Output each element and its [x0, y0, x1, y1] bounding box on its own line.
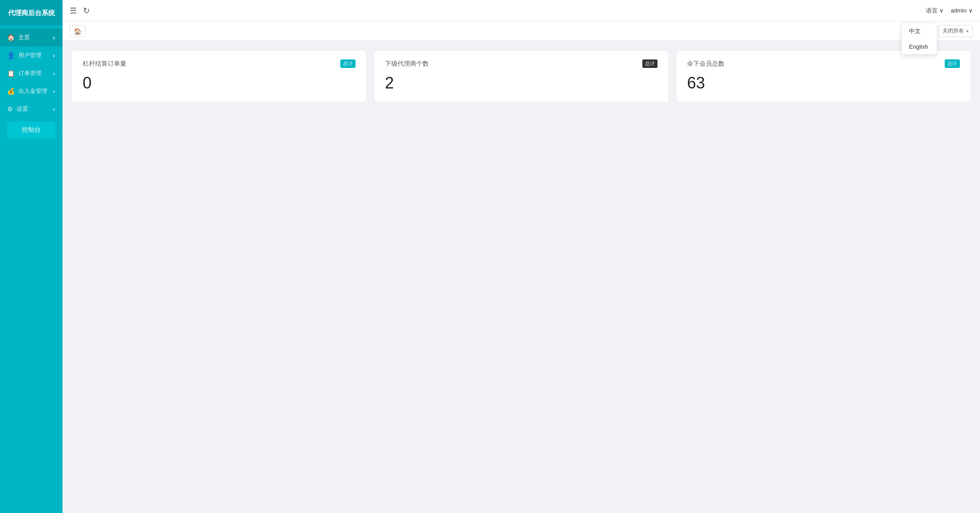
stat-badge: 总计 — [340, 59, 356, 68]
stat-card-title: 伞下会员总数 — [687, 60, 725, 68]
tab-home[interactable]: 🏠 — [70, 25, 85, 37]
stat-card-sub-agents: 下级代理商个数 总计 2 — [374, 50, 669, 102]
close-all-icon: × — [966, 28, 969, 34]
users-icon: 👤 — [7, 52, 15, 59]
admin-button[interactable]: admin ∨ — [951, 7, 973, 14]
stat-card-leverage-orders: 杠杆结算订单量 总计 0 — [71, 50, 367, 102]
stat-value: 0 — [83, 75, 356, 91]
stat-card-title: 杠杆结算订单量 — [83, 60, 126, 68]
close-all-label: 关闭所有 — [942, 27, 964, 35]
stat-badge: 总计 — [642, 59, 658, 68]
language-chevron: ∨ — [939, 7, 944, 14]
chevron-icon: ∨ — [52, 89, 55, 94]
content-area: 杠杆结算订单量 总计 0 下级代理商个数 总计 2 伞下会员总数 总计 63 — [63, 41, 980, 513]
stat-card-header: 伞下会员总数 总计 — [687, 59, 960, 68]
sidebar-item-label: 主页 — [18, 34, 30, 42]
lang-option-en[interactable]: English — [902, 39, 937, 54]
chevron-icon: ∧ — [52, 35, 55, 40]
sidebar-item-label: 出入金管理 — [18, 87, 47, 95]
sidebar: 代理商后台系统 🏠 主页 ∧ 👤 用户管理 ∨ 📋 订单管理 ∨ 💰 出入金管理… — [0, 0, 63, 513]
language-dropdown: 中文English — [901, 23, 937, 55]
topbar-left: ☰ ↻ — [70, 6, 90, 16]
sidebar-item-label: 订单管理 — [18, 69, 42, 77]
tab-bar: 🏠 关闭所有 × — [63, 21, 980, 41]
menu-icon[interactable]: ☰ — [70, 6, 77, 16]
refresh-icon[interactable]: ↻ — [83, 6, 90, 16]
lang-option-zh[interactable]: 中文 — [902, 23, 937, 39]
dashboard-button[interactable]: 控制台 — [7, 122, 55, 139]
sidebar-item-home[interactable]: 🏠 主页 ∧ — [0, 29, 63, 46]
chevron-icon: ∨ — [52, 53, 55, 58]
stat-value: 63 — [687, 75, 960, 91]
finance-icon: 💰 — [7, 88, 15, 95]
sidebar-nav: 🏠 主页 ∧ 👤 用户管理 ∨ 📋 订单管理 ∨ 💰 出入金管理 ∨ ⚙ 设置 … — [0, 25, 63, 513]
admin-label: admin — [951, 7, 967, 14]
sidebar-item-users[interactable]: 👤 用户管理 ∨ — [0, 46, 63, 64]
sidebar-item-settings[interactable]: ⚙ 设置 ∨ — [0, 100, 63, 118]
sidebar-item-finance[interactable]: 💰 出入金管理 ∨ — [0, 82, 63, 100]
close-all-button[interactable]: 关闭所有 × — [938, 25, 973, 37]
stats-cards-row: 杠杆结算订单量 总计 0 下级代理商个数 总计 2 伞下会员总数 总计 63 — [71, 50, 971, 102]
stat-card-title: 下级代理商个数 — [385, 60, 429, 68]
sidebar-logo: 代理商后台系统 — [0, 0, 63, 25]
chevron-icon: ∨ — [52, 71, 55, 76]
orders-icon: 📋 — [7, 70, 15, 77]
home-icon: 🏠 — [74, 28, 81, 35]
stat-value: 2 — [385, 75, 658, 91]
stat-card-header: 杠杆结算订单量 总计 — [83, 59, 356, 68]
chevron-icon: ∨ — [52, 107, 55, 112]
stat-badge: 总计 — [945, 59, 960, 68]
admin-chevron: ∨ — [968, 7, 973, 14]
sidebar-item-label: 设置 — [17, 105, 28, 113]
stat-card-umbrella-members: 伞下会员总数 总计 63 — [676, 50, 971, 102]
sidebar-item-orders[interactable]: 📋 订单管理 ∨ — [0, 64, 63, 82]
topbar: ☰ ↻ 语言 ∨ admin ∨ 中文English — [63, 0, 980, 21]
language-button[interactable]: 语言 ∨ — [926, 7, 944, 15]
stat-card-header: 下级代理商个数 总计 — [385, 59, 658, 68]
main-wrapper: ☰ ↻ 语言 ∨ admin ∨ 中文English 🏠 关闭所有 × — [63, 0, 980, 513]
home-icon: 🏠 — [7, 34, 15, 41]
settings-icon: ⚙ — [7, 105, 13, 113]
language-label: 语言 — [926, 7, 938, 15]
topbar-right: 语言 ∨ admin ∨ 中文English — [926, 7, 973, 15]
sidebar-item-label: 用户管理 — [18, 51, 42, 59]
